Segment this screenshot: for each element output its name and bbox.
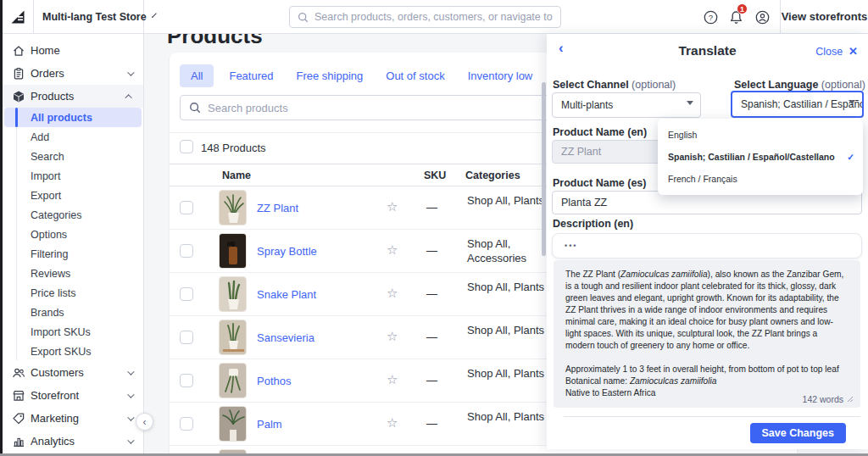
categories-value: Shop All, Plants <box>467 281 545 295</box>
tab-featured[interactable]: Featured <box>221 64 281 87</box>
select-all-checkbox[interactable] <box>180 140 193 153</box>
tab-all[interactable]: All <box>180 64 214 87</box>
store-switcher[interactable]: Multi-lang Test Store <box>33 0 144 33</box>
product-name-link[interactable]: Spray Bottle <box>257 245 317 258</box>
bigcommerce-logo[interactable] <box>3 0 33 33</box>
resize-handle-icon[interactable] <box>847 396 854 403</box>
row-checkbox[interactable] <box>180 331 193 344</box>
row-checkbox[interactable] <box>180 417 193 431</box>
favorite-star-icon[interactable]: ☆ <box>387 373 398 386</box>
global-search[interactable] <box>289 6 561 28</box>
sidebar-item-price-lists[interactable]: Price lists <box>3 283 143 303</box>
product-thumbnail <box>219 190 247 225</box>
sidebar-item-orders[interactable]: Orders <box>3 62 143 85</box>
product-name-link[interactable]: Snake Plant <box>257 288 316 301</box>
sidebar-item-options[interactable]: Options <box>3 225 143 244</box>
sidebar-item-all-products[interactable]: All products <box>4 108 142 127</box>
favorite-star-icon[interactable]: ☆ <box>387 416 398 429</box>
sidebar-item-export[interactable]: Export <box>3 186 143 205</box>
sidebar-item-label: Reviews <box>31 268 70 280</box>
sidebar-item-label: Import <box>31 170 60 182</box>
language-option-spanish-castilian-espa-ol-castellano[interactable]: Spanish; Castilian / Español/Castellano✓ <box>658 146 863 168</box>
chevron-down-icon <box>152 13 157 18</box>
sidebar-item-products[interactable]: Products <box>3 85 143 108</box>
row-checkbox[interactable] <box>180 201 193 214</box>
product-name-link[interactable]: Sansevieria <box>257 331 314 344</box>
chevron-down-icon <box>127 69 134 75</box>
product-name-link[interactable]: ZZ Plant <box>257 202 298 214</box>
help-icon[interactable]: ? <box>704 10 718 25</box>
close-button[interactable]: Close ✕ <box>815 45 858 58</box>
product-thumbnail <box>219 320 247 355</box>
description-en-text[interactable]: The ZZ Plant (Zamioculcas zamiifolia), a… <box>554 260 860 408</box>
sidebar-item-label: Products <box>31 90 74 103</box>
product-name-en-label: Product Name (en) <box>553 126 647 138</box>
favorite-star-icon[interactable]: ☆ <box>387 200 398 213</box>
search-icon <box>298 12 309 23</box>
check-icon: ✓ <box>847 146 854 168</box>
favorite-star-icon[interactable]: ☆ <box>387 286 398 299</box>
product-name-link[interactable]: Pothos <box>257 375 291 387</box>
sidebar-item-brands[interactable]: Brands <box>3 303 143 322</box>
marketing-icon <box>12 412 25 425</box>
column-header-name[interactable]: Name <box>222 170 251 181</box>
product-name-link[interactable]: Palm <box>257 418 282 431</box>
sidebar-item-filtering[interactable]: Filtering <box>3 244 143 264</box>
sidebar-item-home[interactable]: Home <box>3 39 143 62</box>
sidebar-item-label: Marketing <box>31 412 79 425</box>
sidebar-collapse-button[interactable]: ‹ <box>136 413 153 431</box>
sidebar-item-label: Storefront <box>31 389 79 402</box>
sku-value: — <box>426 417 437 430</box>
categories-value: Shop All, Plants <box>467 324 545 338</box>
product-thumbnail <box>219 406 247 442</box>
chevron-down-icon <box>127 391 134 398</box>
sidebar-item-add[interactable]: Add <box>3 127 143 147</box>
overflow-menu-icon[interactable]: ••• <box>565 242 577 250</box>
categories-value: Shop All, Accessories <box>467 237 545 265</box>
sku-value: — <box>426 201 437 214</box>
search-icon <box>189 102 201 114</box>
sidebar-item-analytics[interactable]: Analytics <box>3 430 143 453</box>
editor-toolbar: ••• <box>552 233 862 259</box>
tab-out-of-stock[interactable]: Out of stock <box>378 64 452 87</box>
product-thumbnail <box>219 233 247 269</box>
sidebar-item-categories[interactable]: Categories <box>3 205 143 225</box>
global-search-input[interactable] <box>314 11 553 23</box>
page-title: Products <box>167 34 263 49</box>
row-checkbox[interactable] <box>180 374 193 387</box>
sidebar-item-label: Price lists <box>31 287 75 299</box>
orders-icon <box>12 67 25 81</box>
categories-value: Shop All, Plants <box>467 194 545 209</box>
sidebar-item-reviews[interactable]: Reviews <box>3 264 143 283</box>
language-select[interactable]: Spanish; Castilian / Español/C <box>731 91 864 118</box>
product-name-es-label: Product Name (es) <box>553 177 646 189</box>
sidebar-item-label: Customers <box>31 366 84 379</box>
favorite-star-icon[interactable]: ☆ <box>387 243 398 256</box>
row-checkbox[interactable] <box>180 244 193 258</box>
tab-inventory-low[interactable]: Inventory low <box>460 64 541 87</box>
sidebar-item-marketing[interactable]: Marketing <box>3 407 143 430</box>
language-option-english[interactable]: English <box>658 124 863 146</box>
chevron-down-icon <box>849 100 855 104</box>
sidebar-item-import[interactable]: Import <box>3 166 143 186</box>
svg-text:?: ? <box>709 13 713 22</box>
close-label: Close <box>815 46 843 58</box>
row-checkbox[interactable] <box>180 287 193 301</box>
sidebar-item-export-skus[interactable]: Export SKUs <box>3 342 143 361</box>
sidebar-item-customers[interactable]: Customers <box>3 361 143 384</box>
account-icon[interactable] <box>755 10 770 25</box>
language-dropdown-menu: EnglishSpanish; Castilian / Español/Cast… <box>658 119 863 195</box>
favorite-star-icon[interactable]: ☆ <box>387 330 398 342</box>
column-header-categories[interactable]: Categories <box>465 170 520 181</box>
save-changes-button[interactable]: Save Changes <box>750 423 846 443</box>
sidebar-item-label: Analytics <box>31 435 75 448</box>
scrollbar[interactable] <box>542 82 546 256</box>
sidebar-item-import-skus[interactable]: Import SKUs <box>3 322 143 342</box>
tab-free-shipping[interactable]: Free shipping <box>289 64 371 87</box>
view-storefronts-button[interactable]: View storefronts <box>780 0 868 33</box>
sidebar-item-search[interactable]: Search <box>3 147 143 166</box>
channel-select[interactable]: Multi-plants <box>552 92 701 118</box>
sidebar-item-storefront[interactable]: Storefront <box>3 384 143 407</box>
language-option-french-fran-ais[interactable]: French / Français <box>658 168 863 190</box>
column-header-sku[interactable]: SKU <box>424 170 446 181</box>
